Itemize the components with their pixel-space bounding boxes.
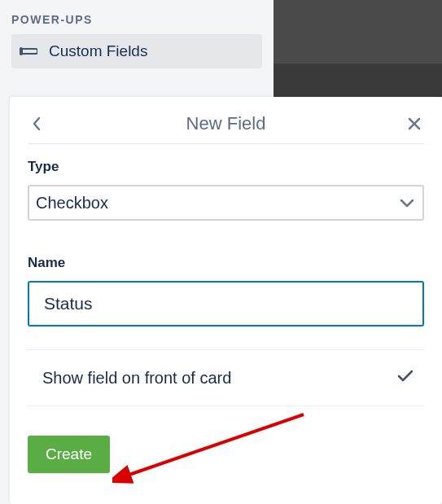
chevron-down-icon bbox=[400, 194, 414, 213]
name-label: Name bbox=[28, 255, 424, 271]
type-select-value: Checkbox bbox=[36, 194, 108, 213]
close-icon bbox=[407, 116, 422, 131]
background-panel bbox=[274, 0, 442, 97]
show-on-front-toggle[interactable]: Show field on front of card bbox=[28, 349, 424, 406]
custom-fields-label: Custom Fields bbox=[49, 42, 147, 60]
svg-rect-1 bbox=[20, 47, 23, 55]
check-icon bbox=[396, 369, 414, 387]
close-button[interactable] bbox=[405, 114, 424, 134]
custom-fields-icon bbox=[20, 46, 37, 57]
type-label: Type bbox=[28, 159, 424, 175]
sidebar-item-custom-fields[interactable]: Custom Fields bbox=[11, 34, 262, 68]
name-input[interactable] bbox=[28, 281, 424, 327]
show-on-front-label: Show field on front of card bbox=[42, 369, 231, 388]
chevron-left-icon bbox=[32, 116, 43, 132]
back-button[interactable] bbox=[28, 114, 47, 134]
type-select[interactable]: Checkbox bbox=[28, 185, 424, 221]
section-title-powerups: POWER-UPS bbox=[11, 13, 262, 26]
modal-title: New Field bbox=[186, 113, 266, 134]
create-button[interactable]: Create bbox=[28, 436, 110, 473]
new-field-modal: New Field Type Checkbox Name Show field … bbox=[10, 97, 442, 504]
